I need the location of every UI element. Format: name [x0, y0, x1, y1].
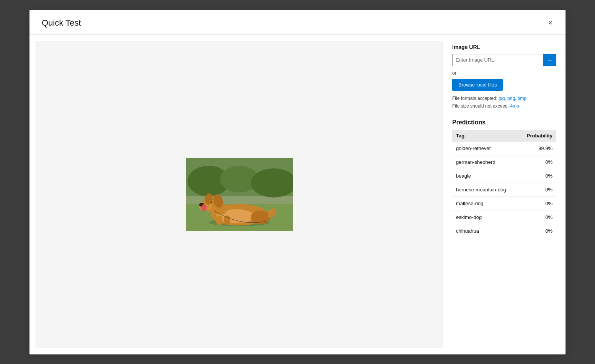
file-size-text: File size should not exceed:	[452, 103, 510, 109]
table-header-row: Tag Probability	[452, 130, 556, 142]
table-row: maltese-dog 0%	[452, 197, 556, 211]
tag-cell: beagle	[452, 169, 518, 183]
modal-overlay: Quick Test ×	[0, 0, 595, 364]
tag-cell: german-shepherd	[452, 155, 518, 169]
tag-cell: golden-retriever	[452, 142, 518, 155]
probability-cell: 0%	[518, 183, 556, 197]
probability-cell: 0%	[518, 155, 556, 169]
file-info: File formats accepted: jpg, png, bmp Fil…	[452, 95, 556, 110]
probability-cell: 0%	[518, 224, 556, 238]
tag-cell: eskimo-dog	[452, 211, 518, 224]
tag-cell: chihuahua	[452, 224, 518, 238]
probability-cell: 99.9%	[518, 142, 556, 155]
probability-column-header: Probability	[518, 130, 556, 142]
probability-cell: 0%	[518, 211, 556, 224]
svg-rect-10	[224, 215, 230, 225]
close-icon: ×	[548, 18, 552, 27]
file-formats-link[interactable]: jpg, png, bmp	[499, 96, 526, 101]
table-row: german-shepherd 0%	[452, 155, 556, 169]
close-button[interactable]: ×	[544, 17, 556, 29]
image-url-label: Image URL	[452, 44, 556, 50]
probability-cell: 0%	[518, 197, 556, 211]
file-formats-text: File formats accepted:	[452, 96, 499, 101]
image-panel	[36, 41, 443, 348]
modal-body: Image URL → or Browse local files File f…	[29, 35, 566, 354]
modal-title: Quick Test	[42, 18, 81, 28]
browse-local-files-button[interactable]: Browse local files	[452, 79, 503, 91]
predictions-label: Predictions	[452, 119, 556, 126]
probability-cell: 0%	[518, 169, 556, 183]
url-submit-button[interactable]: →	[543, 54, 556, 66]
sidebar-panel: Image URL → or Browse local files File f…	[443, 35, 566, 354]
table-row: beagle 0%	[452, 169, 556, 183]
or-label: or	[452, 70, 556, 76]
table-row: golden-retriever 99.9%	[452, 142, 556, 155]
tag-column-header: Tag	[452, 130, 518, 142]
table-row: eskimo-dog 0%	[452, 211, 556, 224]
dog-image	[186, 158, 293, 231]
table-row: bernese-mountain-dog 0%	[452, 183, 556, 197]
predictions-table: Tag Probability golden-retriever 99.9% g…	[452, 130, 556, 238]
quick-test-modal: Quick Test ×	[29, 10, 566, 354]
svg-rect-9	[216, 215, 222, 225]
file-size-link[interactable]: 4mb	[510, 103, 519, 109]
tag-cell: maltese-dog	[452, 197, 518, 211]
url-input-row: →	[452, 54, 556, 66]
tag-cell: bernese-mountain-dog	[452, 183, 518, 197]
modal-header: Quick Test ×	[29, 10, 566, 35]
arrow-right-icon: →	[547, 57, 553, 64]
url-input[interactable]	[452, 54, 543, 66]
table-row: chihuahua 0%	[452, 224, 556, 238]
